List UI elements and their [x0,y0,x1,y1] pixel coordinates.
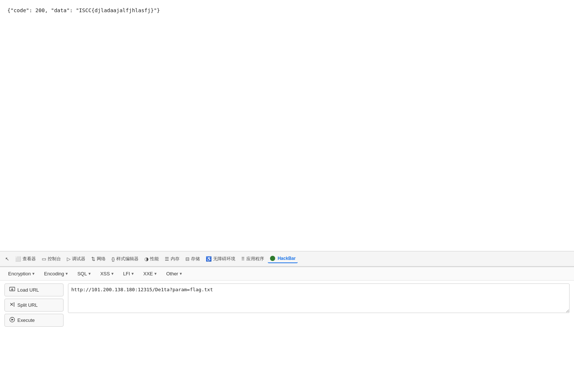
devtools-toolbar: ↖ ⬜ 查看器 ▭ 控制台 ▷ 调试器 ⇅ 网络 {} 样式编辑器 ◑ 性能 ☰… [0,251,574,267]
inspector-icon: ⬜ [15,256,21,262]
split-url-label: Split URL [17,302,38,308]
encryption-arrow: ▼ [31,272,35,276]
performance-label: 性能 [150,256,159,262]
network-label: 网络 [97,256,106,262]
debugger-icon: ▷ [67,256,71,262]
load-url-label: Load URL [17,287,39,293]
execute-button[interactable]: Execute [4,314,64,327]
encryption-label: Encryption [8,271,31,276]
hackbar-main-area: Load URL Split URL [0,281,574,390]
storage-icon: ⊟ [185,256,189,262]
toolbar-item-performance[interactable]: ◑ 性能 [142,254,161,264]
sql-label: SQL [77,271,87,276]
cursor-icon: ↖ [5,256,9,262]
memory-label: 内存 [171,256,180,262]
other-label: Other [166,271,178,276]
style-editor-label: 样式编辑器 [116,256,139,262]
main-content-area: {"code": 200, "data": "ISCC{djladaajalfj… [0,0,574,258]
other-menu[interactable]: Other ▼ [163,269,186,278]
svg-marker-6 [11,319,14,321]
applications-icon: ⠿ [241,256,245,262]
xxe-arrow: ▼ [154,272,157,276]
url-input[interactable] [68,283,570,313]
load-url-button[interactable]: Load URL [4,283,64,296]
inspector-label: 查看器 [23,256,36,262]
encoding-label: Encoding [44,271,64,276]
toolbar-item-inspector[interactable]: ⬜ 查看器 [13,254,38,264]
hackbar-panel: Encryption ▼ Encoding ▼ SQL ▼ XSS ▼ LFI … [0,267,574,392]
toolbar-item-network[interactable]: ⇅ 网络 [89,254,108,264]
accessibility-icon: ♿ [206,256,212,262]
network-icon: ⇅ [91,256,95,262]
accessibility-label: 无障碍环境 [213,256,235,262]
sql-menu[interactable]: SQL ▼ [74,269,95,278]
xss-label: XSS [100,271,110,276]
toolbar-item-applications[interactable]: ⠿ 应用程序 [239,254,266,264]
hackbar-action-buttons: Load URL Split URL [4,283,64,387]
execute-icon [9,317,15,324]
encoding-menu[interactable]: Encoding ▼ [40,269,72,278]
execute-label: Execute [17,317,35,323]
encoding-arrow: ▼ [65,272,69,276]
console-icon: ▭ [42,256,46,262]
xxe-menu[interactable]: XXE ▼ [140,269,161,278]
toolbar-item-hackbar[interactable]: HackBar [268,254,298,263]
storage-label: 存储 [191,256,200,262]
debugger-label: 调试器 [72,256,85,262]
xss-menu[interactable]: XSS ▼ [96,269,118,278]
lfi-menu[interactable]: LFI ▼ [119,269,138,278]
response-text: {"code": 200, "data": "ISCC{djladaajalfj… [7,7,160,13]
split-url-button[interactable]: Split URL [4,299,64,312]
lfi-arrow: ▼ [131,272,134,276]
toolbar-item-debugger[interactable]: ▷ 调试器 [65,254,88,264]
toolbar-item-accessibility[interactable]: ♿ 无障碍环境 [204,254,238,264]
toolbar-item-memory[interactable]: ☰ 内存 [163,254,182,264]
hackbar-label: HackBar [278,256,296,261]
xxe-label: XXE [143,271,153,276]
memory-icon: ☰ [165,256,169,262]
style-editor-icon: {} [112,256,115,262]
toolbar-item-storage[interactable]: ⊟ 存储 [183,254,202,264]
hackbar-dot-icon [270,256,275,261]
hackbar-menu-bar: Encryption ▼ Encoding ▼ SQL ▼ XSS ▼ LFI … [0,267,574,281]
console-label: 控制台 [48,256,61,262]
lfi-label: LFI [123,271,130,276]
split-url-icon [9,302,15,309]
load-url-icon [9,286,15,293]
url-input-area [68,283,570,387]
xss-arrow: ▼ [110,272,114,276]
toolbar-cursor-icon[interactable]: ↖ [3,255,11,263]
other-arrow: ▼ [179,272,182,276]
toolbar-item-style-editor[interactable]: {} 样式编辑器 [109,254,141,264]
applications-label: 应用程序 [246,256,264,262]
encryption-menu[interactable]: Encryption ▼ [4,269,39,278]
sql-arrow: ▼ [88,272,91,276]
toolbar-item-console[interactable]: ▭ 控制台 [40,254,63,264]
performance-icon: ◑ [144,256,148,262]
